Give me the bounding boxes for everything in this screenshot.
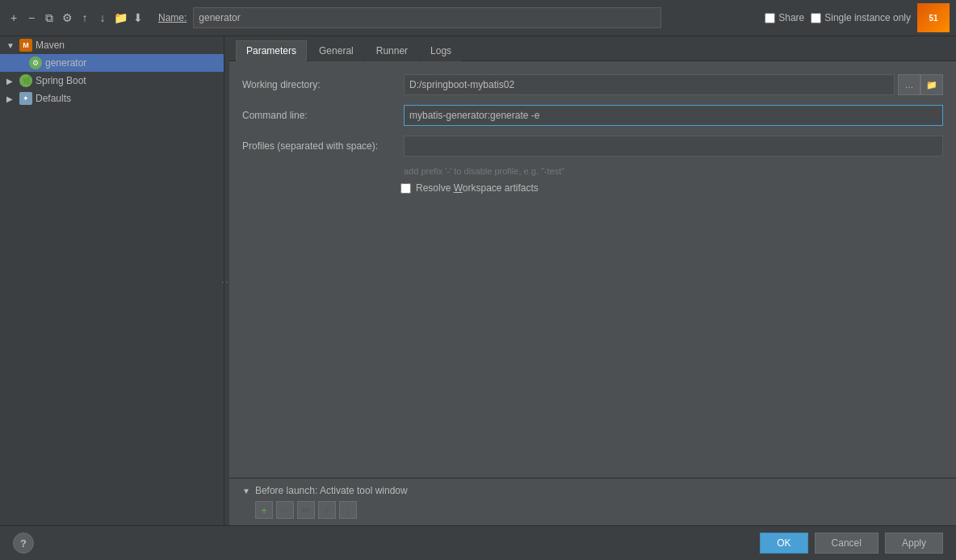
resolve-workspace-label[interactable]: Resolve Workspace artifacts: [416, 182, 539, 194]
sidebar-item-generator-label: generator: [45, 57, 86, 69]
profiles-row: Profiles (separated with space):: [242, 136, 943, 157]
launch-header: ▼ Before launch: Activate tool window: [242, 485, 943, 496]
top-bar-right: Share Single instance only 51: [765, 3, 950, 32]
single-instance-label[interactable]: Single instance only: [824, 12, 911, 23]
profiles-label: Profiles (separated with space):: [242, 140, 404, 152]
move-down-icon[interactable]: ↓: [95, 10, 110, 25]
launch-collapse-arrow[interactable]: ▼: [242, 487, 250, 495]
profiles-hint: add prefix '-' to disable profile, e.g. …: [404, 166, 943, 176]
name-label: Name:: [158, 12, 187, 23]
panel-content: Working directory: … 📁 Command line: Pro…: [229, 61, 956, 478]
spring-icon: 🌿: [19, 74, 32, 87]
working-dir-dots-button[interactable]: …: [898, 74, 920, 95]
sort-icon[interactable]: ⬇: [131, 10, 145, 25]
resolve-workspace-checkbox[interactable]: [400, 183, 411, 194]
sidebar-item-spring-boot[interactable]: ▶ 🌿 Spring Boot: [0, 72, 224, 90]
name-section: Name:: [158, 7, 765, 28]
working-directory-label: Working directory:: [242, 79, 404, 90]
ok-button[interactable]: OK: [760, 533, 807, 554]
command-line-row: Command line:: [242, 105, 943, 126]
tab-runner-label: Runner: [376, 45, 408, 56]
tabs-bar: Parameters General Runner Logs: [229, 36, 956, 61]
single-instance-checkbox[interactable]: [811, 13, 821, 23]
launch-add-button[interactable]: +: [255, 501, 273, 519]
working-dir-folder-button[interactable]: 📁: [920, 74, 943, 95]
working-directory-input[interactable]: [404, 74, 895, 95]
right-panel: Parameters General Runner Logs Working d…: [229, 36, 956, 525]
resolve-workspace-row: Resolve Workspace artifacts: [400, 182, 943, 194]
sidebar-item-maven[interactable]: ▼ M Maven: [0, 36, 224, 54]
copy-config-icon[interactable]: ⧉: [42, 10, 57, 25]
sidebar-item-spring-boot-label: Spring Boot: [36, 75, 86, 86]
launch-down-button[interactable]: ↓: [339, 501, 357, 519]
maven-expand-arrow: ▼: [6, 41, 16, 50]
spring-expand-arrow: ▶: [6, 77, 16, 86]
cancel-button[interactable]: Cancel: [815, 533, 878, 554]
sidebar-item-maven-label: Maven: [36, 40, 65, 51]
sidebar-item-generator[interactable]: ⚙ generator: [0, 54, 224, 72]
settings-icon[interactable]: ⚙: [60, 10, 74, 25]
folder-icon[interactable]: 📁: [113, 10, 128, 25]
launch-edit-button[interactable]: ✏: [297, 501, 315, 519]
remove-config-icon[interactable]: −: [24, 10, 39, 25]
defaults-expand-arrow: ▶: [6, 94, 16, 103]
tab-logs[interactable]: Logs: [420, 40, 462, 61]
tab-parameters[interactable]: Parameters: [236, 40, 307, 61]
help-button[interactable]: ?: [13, 533, 34, 554]
move-up-icon[interactable]: ↑: [78, 10, 92, 25]
tab-logs-label: Logs: [430, 45, 451, 56]
command-line-label: Command line:: [242, 110, 404, 121]
share-area: Share: [765, 12, 804, 23]
launch-remove-button[interactable]: −: [276, 501, 294, 519]
single-instance-area: Single instance only: [811, 12, 911, 23]
sidebar-item-defaults-label: Defaults: [36, 93, 71, 104]
bottom-bar: ? OK Cancel Apply: [0, 525, 956, 560]
tab-general-label: General: [319, 45, 354, 56]
launch-header-label: Before launch: Activate tool window: [255, 485, 408, 496]
launch-actions: + − ✏ ↑ ↓: [242, 501, 943, 519]
sidebar-item-defaults[interactable]: ▶ ✦ Defaults: [0, 90, 224, 107]
main-content: ▼ M Maven ⚙ generator ▶ 🌿 Spring Boot ▶ …: [0, 36, 956, 525]
share-label[interactable]: Share: [778, 12, 804, 23]
command-line-input[interactable]: [404, 105, 943, 126]
logo: 51: [917, 3, 950, 32]
top-bar: + − ⧉ ⚙ ↑ ↓ 📁 ⬇ Name: Share Single insta…: [0, 0, 956, 36]
action-buttons: OK Cancel Apply: [760, 533, 943, 554]
add-config-icon[interactable]: +: [6, 10, 21, 25]
profiles-input[interactable]: [404, 136, 943, 157]
launch-section: ▼ Before launch: Activate tool window + …: [229, 478, 956, 525]
generator-icon: ⚙: [29, 56, 42, 69]
working-directory-row: Working directory: … 📁: [242, 74, 943, 95]
toolbar-icons: + − ⧉ ⚙ ↑ ↓ 📁 ⬇: [6, 10, 145, 25]
defaults-icon: ✦: [19, 92, 32, 105]
launch-up-button[interactable]: ↑: [318, 501, 336, 519]
tab-runner[interactable]: Runner: [366, 40, 418, 61]
apply-button[interactable]: Apply: [885, 533, 943, 554]
dir-buttons: … 📁: [898, 74, 943, 95]
tab-general[interactable]: General: [308, 40, 364, 61]
name-input[interactable]: [193, 7, 661, 28]
maven-icon: M: [19, 39, 32, 52]
tab-parameters-label: Parameters: [246, 45, 296, 56]
sidebar: ▼ M Maven ⚙ generator ▶ 🌿 Spring Boot ▶ …: [0, 36, 224, 525]
share-checkbox[interactable]: [765, 13, 775, 23]
